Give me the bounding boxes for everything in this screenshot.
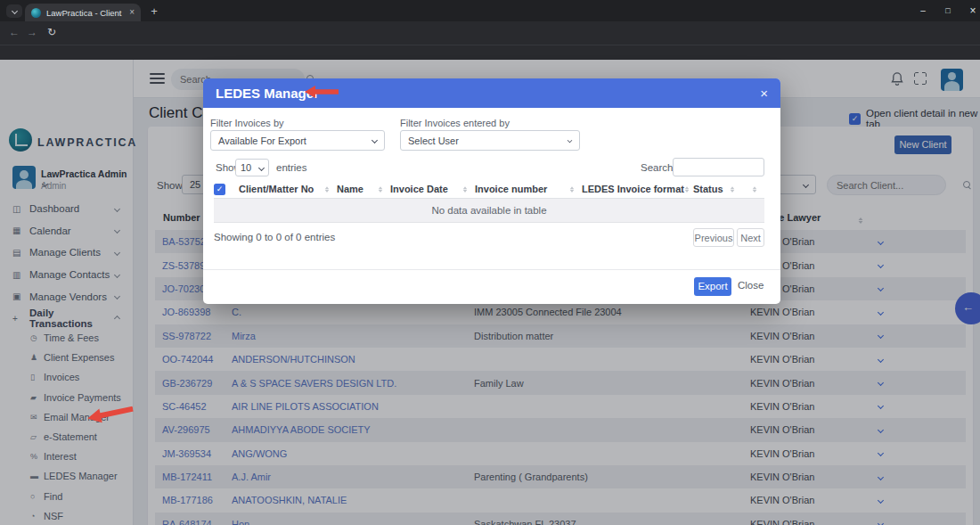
column-header-invoice-number[interactable]: Invoice number: [475, 183, 582, 196]
sort-icon[interactable]: [731, 184, 735, 193]
window-maximize-button[interactable]: [941, 4, 955, 18]
sort-icon[interactable]: [325, 184, 330, 193]
modal-table-header: Client/Matter No Name Invoice Date Invoi…: [214, 180, 764, 199]
modal-title: LEDES Manager: [216, 86, 760, 101]
empty-table-message: No data available in table: [214, 199, 764, 223]
reload-icon[interactable]: [45, 25, 59, 40]
filter-by-value: Available For Export: [218, 135, 306, 146]
column-header-client-matter-no[interactable]: Client/Matter No: [239, 183, 337, 196]
modal-page-size-select[interactable]: 10: [235, 159, 269, 176]
modal-entries-label: entries: [276, 162, 307, 173]
table-summary-text: Showing 0 to 0 of 0 entries: [214, 232, 335, 242]
annotation-arrow-modal-title-icon: [305, 86, 339, 98]
select-all-cell: [214, 184, 239, 195]
sort-icon[interactable]: [463, 184, 468, 193]
chevron-down-icon: [11, 8, 17, 14]
column-header-ledes-format[interactable]: LEDES Invoice format: [582, 183, 693, 196]
column-header-extra[interactable]: [742, 183, 764, 196]
browser-toolbar: demo.lawpractica.com/client-home.html?: [0, 21, 980, 45]
tab-search-button[interactable]: [6, 4, 22, 18]
previous-page-button[interactable]: Previous: [693, 228, 734, 247]
bookmarks-bar: All Bookmarks: [0, 45, 980, 60]
export-button[interactable]: Export: [694, 277, 731, 296]
browser-tab[interactable]: LawPractica - Client Centre: [25, 4, 141, 21]
screen: LawPractica - Client Centre demo.lawprac…: [0, 0, 980, 525]
entered-by-value: Select User: [408, 135, 459, 146]
forward-icon[interactable]: [25, 25, 39, 40]
modal-page-size-value: 10: [241, 162, 251, 173]
column-header-name[interactable]: Name: [337, 183, 390, 196]
browser-tab-strip: LawPractica - Client Centre: [0, 0, 980, 21]
window-close-button[interactable]: [966, 4, 980, 18]
tab-close-icon[interactable]: [129, 8, 135, 17]
window-minimize-button[interactable]: [916, 4, 930, 18]
sort-icon[interactable]: [753, 184, 757, 193]
filter-entered-by-select[interactable]: Select User: [400, 130, 580, 151]
sort-icon[interactable]: [570, 184, 575, 193]
chevron-down-icon: [258, 164, 265, 170]
next-page-button[interactable]: Next: [737, 228, 764, 247]
modal-search-label: Search:: [641, 162, 676, 173]
filter-entered-by-label: Filter Invoices entered by: [400, 118, 510, 128]
close-button[interactable]: Close: [738, 280, 764, 291]
new-tab-button[interactable]: [146, 4, 162, 20]
tab-title: LawPractica - Client Centre: [46, 8, 124, 18]
ledes-manager-modal: LEDES Manager Filter Invoices by Availab…: [203, 78, 780, 304]
sort-icon[interactable]: [685, 184, 690, 193]
site-favicon: [31, 8, 41, 18]
select-all-checkbox[interactable]: [214, 184, 225, 195]
modal-search-input[interactable]: [673, 158, 764, 176]
column-header-invoice-date[interactable]: Invoice Date: [390, 183, 475, 196]
back-icon[interactable]: [7, 25, 21, 40]
modal-header: LEDES Manager: [203, 78, 780, 108]
modal-footer-divider: [203, 269, 780, 270]
column-header-status[interactable]: Status: [693, 183, 742, 196]
filter-invoices-by-select[interactable]: Available For Export: [210, 130, 385, 151]
chevron-down-icon: [568, 138, 573, 144]
chevron-down-icon: [372, 137, 378, 144]
filter-invoices-by-label: Filter Invoices by: [210, 118, 284, 128]
sort-icon[interactable]: [379, 184, 383, 193]
modal-close-icon[interactable]: [760, 86, 768, 100]
